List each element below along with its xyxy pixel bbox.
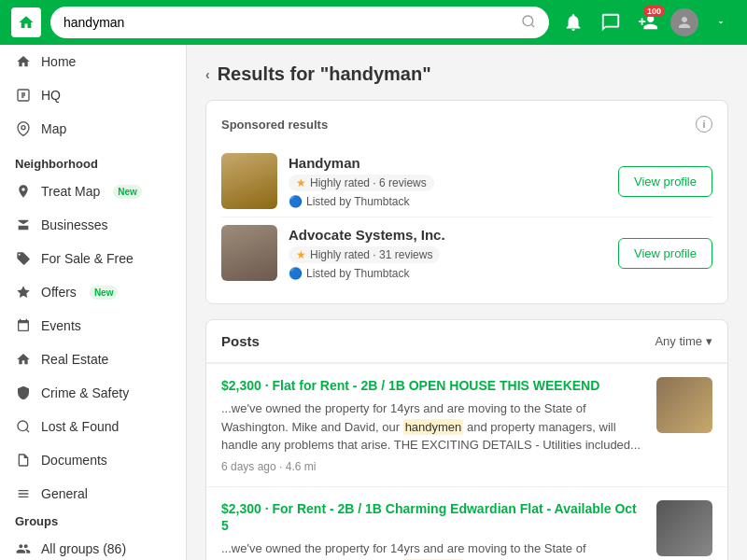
documents-icon [15, 452, 32, 469]
post-item: $2,300 · Flat for Rent - 2B / 1B OPEN HO… [206, 363, 727, 486]
listed-text: Listed by Thumbtack [306, 195, 410, 208]
search-icon [521, 14, 536, 32]
sponsored-info-1: Handyman ★ Highly rated · 6 reviews 🔵 Li… [289, 155, 607, 208]
view-profile-button-1[interactable]: View profile [618, 166, 712, 197]
sidebar-item-hq[interactable]: HQ [0, 78, 186, 112]
chevron-down-icon: ▾ [706, 334, 712, 348]
sponsored-item: Handyman ★ Highly rated · 6 reviews 🔵 Li… [221, 146, 712, 217]
sidebar-item-label: All groups (86) [41, 541, 126, 556]
header-icons: 100 [558, 7, 736, 37]
highlight-word: handymen [403, 419, 464, 435]
sponsored-listed: 🔵 Listed by Thumbtack [289, 267, 607, 280]
sponsored-image-1 [221, 153, 277, 209]
sidebar-item-for-sale-free[interactable]: For Sale & Free [0, 242, 186, 275]
messages-icon[interactable] [596, 7, 626, 37]
sponsored-header: Sponsored results i [221, 116, 712, 133]
businesses-icon [15, 217, 32, 233]
sidebar-item-home[interactable]: Home [0, 45, 186, 78]
sidebar-item-label: Map [41, 121, 66, 136]
sidebar-item-label: Home [41, 54, 76, 69]
time-filter[interactable]: Any time ▾ [655, 334, 712, 348]
sidebar-item-label: For Sale & Free [41, 251, 134, 266]
sidebar-item-label: Events [41, 318, 81, 333]
page-title: Results for "handyman" [218, 63, 431, 85]
sponsored-label: Sponsored results [221, 118, 328, 132]
view-profile-button-2[interactable]: View profile [618, 238, 712, 269]
post-price: $2,300 [221, 378, 261, 393]
post-image-2 [656, 500, 712, 556]
post-title-text: · For Rent - 2B / 1B Charming Edwardian … [221, 501, 637, 533]
sidebar-item-offers[interactable]: Offers New [0, 275, 186, 309]
sidebar-item-crime-safety[interactable]: Crime & Safety [0, 376, 186, 410]
sponsored-info-2: Advocate Systems, Inc. ★ Highly rated · … [289, 227, 607, 280]
search-bar [50, 7, 549, 38]
post-title[interactable]: $2,300 · For Rent - 2B / 1B Charming Edw… [221, 500, 645, 534]
info-icon[interactable]: i [696, 116, 712, 133]
notification-badge: 100 [643, 6, 665, 17]
sidebar-item-documents[interactable]: Documents [0, 443, 186, 477]
sidebar-item-businesses[interactable]: Businesses [0, 208, 186, 242]
avatar[interactable] [670, 8, 698, 36]
sidebar-item-treat-map[interactable]: Treat Map New [0, 175, 186, 208]
sidebar-item-label: Lost & Found [41, 419, 119, 434]
sidebar-item-label: Documents [41, 453, 107, 468]
sidebar-item-label: Offers [41, 285, 77, 300]
sidebar-item-lost-found[interactable]: Lost & Found [0, 410, 186, 443]
thumbtack-icon: 🔵 [289, 195, 303, 208]
home-icon [15, 53, 32, 70]
sidebar-item-events[interactable]: Events [0, 309, 186, 343]
sidebar-item-real-estate[interactable]: Real Estate [0, 343, 186, 376]
sponsored-name: Handyman [289, 155, 607, 171]
sidebar-item-label: Real Estate [41, 352, 108, 367]
rating-text: Highly rated · 31 reviews [310, 248, 432, 261]
post-excerpt: ...we've owned the property for 14yrs an… [221, 539, 645, 560]
add-neighbor-icon[interactable]: 100 [633, 7, 663, 37]
notifications-icon[interactable] [558, 7, 588, 37]
sponsored-rating: ★ Highly rated · 31 reviews [289, 246, 440, 263]
sidebar-item-all-groups[interactable]: All groups (86) [0, 532, 186, 560]
posts-header: Posts Any time ▾ [206, 320, 727, 363]
crime-safety-icon [15, 385, 32, 401]
posts-section: Posts Any time ▾ $2,300 · Flat for Rent … [205, 319, 728, 560]
offers-icon [15, 284, 32, 301]
svg-point-4 [18, 421, 28, 431]
rating-text: Highly rated · 6 reviews [310, 176, 427, 189]
post-content-1: $2,300 · Flat for Rent - 2B / 1B OPEN HO… [221, 377, 645, 473]
sidebar-item-label: Businesses [41, 217, 108, 232]
thumbtack-icon: 🔵 [289, 267, 303, 280]
chevron-icon: ‹ [205, 67, 210, 82]
sidebar-item-label: General [41, 486, 88, 501]
sponsored-item: Advocate Systems, Inc. ★ Highly rated · … [221, 217, 712, 288]
all-groups-icon [15, 540, 32, 557]
new-badge: New [113, 185, 142, 199]
header: 100 [0, 0, 747, 45]
svg-point-0 [523, 16, 533, 26]
events-icon [15, 317, 32, 334]
svg-line-1 [531, 24, 534, 27]
sidebar-item-label: HQ [41, 88, 61, 103]
real-estate-icon [15, 351, 32, 368]
user-chevron[interactable] [706, 7, 736, 37]
post-price: $2,300 [221, 501, 261, 516]
post-meta: 6 days ago · 4.6 mi [221, 460, 645, 473]
svg-point-3 [21, 126, 25, 130]
post-image-1 [656, 377, 712, 433]
sponsored-image-2 [221, 225, 277, 281]
sidebar-item-map[interactable]: Map [0, 112, 186, 146]
post-item: $2,300 · For Rent - 2B / 1B Charming Edw… [206, 486, 727, 560]
forsale-icon [15, 250, 32, 267]
sponsored-name: Advocate Systems, Inc. [289, 227, 607, 243]
hq-icon [15, 87, 32, 104]
search-input[interactable] [63, 15, 514, 30]
neighborhood-section-header: Neighborhood [0, 146, 186, 175]
lost-found-icon [15, 418, 32, 435]
results-title: ‹ Results for "handyman" [205, 63, 728, 85]
treat-map-icon [15, 183, 32, 200]
post-excerpt: ...we've owned the property for 14yrs an… [221, 399, 645, 455]
sponsored-listed: 🔵 Listed by Thumbtack [289, 195, 607, 208]
svg-line-5 [26, 429, 29, 432]
listed-text: Listed by Thumbtack [306, 267, 410, 280]
post-title[interactable]: $2,300 · Flat for Rent - 2B / 1B OPEN HO… [221, 377, 645, 394]
logo[interactable] [11, 7, 41, 37]
sidebar-item-general[interactable]: General [0, 477, 186, 511]
